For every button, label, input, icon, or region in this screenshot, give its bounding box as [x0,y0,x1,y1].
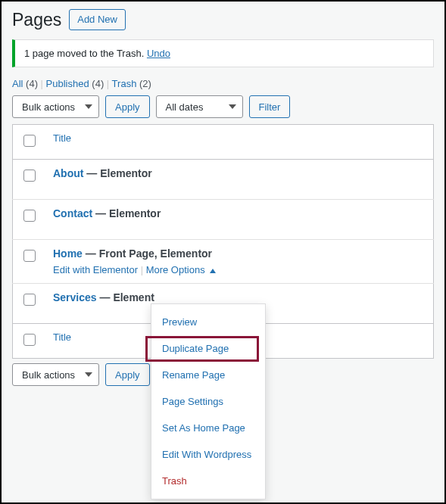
row-checkbox[interactable] [23,250,36,262]
row-meta: — Element [97,291,154,303]
row-title-link[interactable]: Home [53,247,83,260]
select-all-bottom[interactable] [23,334,36,346]
table-row: Home — Front Page, Elementor Edit with E… [13,240,434,284]
chevron-down-icon [85,372,92,377]
dropdown-edit-wp[interactable]: Edit With Wordpress [151,441,265,468]
all-dates-label: All dates [166,101,204,113]
column-header-title[interactable]: Title [45,125,434,160]
table-row: About — Elementor [13,160,434,200]
row-title-link[interactable]: Services [53,291,97,303]
filter-all[interactable]: All [12,78,23,89]
notice-trash: 1 page moved to the Trash. Undo [12,39,434,67]
dropdown-rename[interactable]: Rename Page [151,362,265,388]
bulk-actions-label: Bulk actions [22,101,75,113]
date-filter-select[interactable]: All dates [156,95,243,118]
table-row: Contact — Elementor [13,200,434,240]
dropdown-set-home[interactable]: Set As Home Page [151,415,265,441]
row-title-link[interactable]: About [53,167,83,179]
dropdown-duplicate[interactable]: Duplicate Page [151,335,265,362]
notice-text: 1 page moved to the Trash. [24,48,147,59]
filter-published[interactable]: Published [46,78,89,89]
select-all-top[interactable] [23,135,36,147]
more-options-dropdown: Preview Duplicate Page Rename Page Page … [151,303,266,499]
triangle-up-icon [210,269,216,273]
row-meta: — Elementor [83,167,151,179]
filter-all-count: (4) [26,78,38,89]
dropdown-trash[interactable]: Trash [151,468,265,494]
filter-trash[interactable]: Trash [112,78,137,89]
more-options-toggle[interactable]: More Options [146,264,217,275]
row-meta: — Elementor [92,207,161,219]
row-meta: — Front Page, Elementor [83,247,212,260]
undo-link[interactable]: Undo [147,48,170,59]
row-checkbox[interactable] [23,170,36,182]
row-checkbox[interactable] [23,210,36,222]
edit-with-elementor-link[interactable]: Edit with Elementor [53,264,138,275]
bulk-actions-select-top[interactable]: Bulk actions [12,95,99,118]
apply-button-bottom[interactable]: Apply [105,363,150,386]
add-new-button[interactable]: Add New [69,9,126,30]
filter-trash-count: (2) [139,78,151,89]
dropdown-settings[interactable]: Page Settings [151,388,265,415]
apply-button-top[interactable]: Apply [105,95,150,118]
bulk-actions-label: Bulk actions [22,369,75,381]
status-filter-links: All (4) | Published (4) | Trash (2) [12,78,434,89]
dropdown-preview[interactable]: Preview [151,309,265,335]
bulk-actions-select-bottom[interactable]: Bulk actions [12,363,99,386]
filter-button[interactable]: Filter [249,95,291,118]
filter-published-count: (4) [92,78,104,89]
page-title: Pages [12,10,61,30]
row-title-link[interactable]: Contact [53,207,92,219]
row-checkbox[interactable] [23,294,36,306]
chevron-down-icon [85,104,92,109]
chevron-down-icon [229,104,236,109]
